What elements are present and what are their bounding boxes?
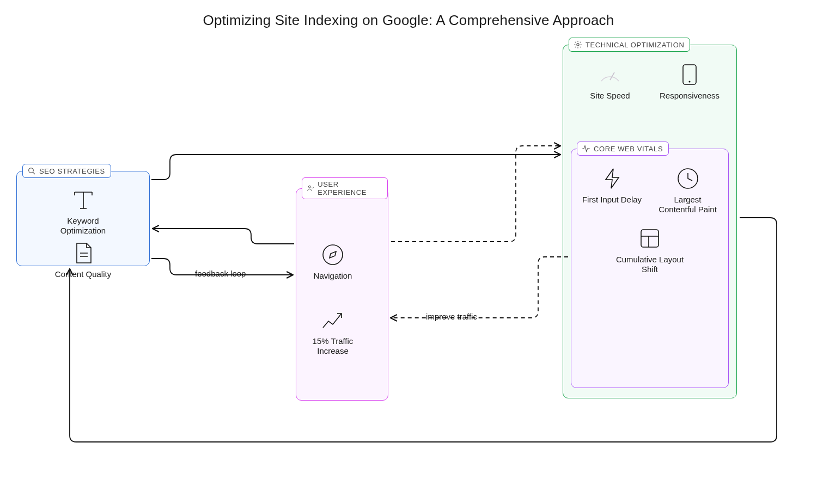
panel-header: SEO STRATEGIES [22,164,111,178]
fid-item: First Input Delay [582,165,642,214]
user-experience-panel: USER EXPERIENCE Navigation 15% Traffic I… [296,188,388,401]
svg-point-5 [689,81,690,82]
panel-header: USER EXPERIENCE [302,177,388,199]
feedback-loop-label: feedback loop [195,269,246,278]
panel-title: USER EXPERIENCE [318,180,382,196]
svg-point-2 [323,245,343,265]
type-icon [70,187,96,213]
lightning-icon [599,165,625,192]
diagram-title: Optimizing Site Indexing on Google: A Co… [0,12,817,29]
site-speed-item: Site Speed [580,62,640,101]
cls-item: Cumulative Layout Shift [612,225,688,274]
edge-ux-to-seo [153,229,294,244]
panel-header: CORE WEB VITALS [577,142,669,156]
layout-icon [637,225,663,251]
edge-seo-to-tech [151,155,560,180]
svg-point-1 [308,186,310,188]
panel-header: TECHNICAL OPTIMIZATION [569,38,690,52]
gear-icon [574,40,582,49]
diagram-canvas: Optimizing Site Indexing on Google: A Co… [0,0,817,504]
clock-icon [675,165,701,192]
svg-rect-7 [641,230,659,247]
responsiveness-item: Responsiveness [660,62,720,101]
user-check-icon [307,184,314,193]
document-icon [70,240,96,266]
core-web-vitals-panel: CORE WEB VITALS First Input Delay Larges… [571,149,729,388]
content-quality-item: Content Quality [53,240,113,279]
speedometer-icon [597,62,623,88]
panel-title: CORE WEB VITALS [594,145,663,153]
activity-icon [582,144,590,153]
navigation-item: Navigation [303,242,363,281]
edge-cwv-to-ux [391,257,568,318]
lcp-item: Largest Contentful Paint [658,165,718,214]
improve-traffic-label: improve traffic [426,312,477,321]
compass-icon [320,242,346,268]
svg-point-3 [577,44,579,46]
keyword-optimization-item: Keyword Optimization [53,187,113,236]
seo-strategies-panel: SEO STRATEGIES Keyword Optimization Cont… [16,171,150,266]
tablet-icon [676,62,703,88]
technical-optimization-panel: TECHNICAL OPTIMIZATION Site Speed Respon… [563,45,737,398]
search-icon [27,167,36,175]
traffic-increase-item: 15% Traffic Increase [303,307,363,356]
svg-point-0 [29,168,34,173]
panel-title: TECHNICAL OPTIMIZATION [586,41,684,49]
trend-up-icon [320,307,346,333]
panel-title: SEO STRATEGIES [39,167,105,175]
edge-ux-to-cwv [391,146,560,242]
